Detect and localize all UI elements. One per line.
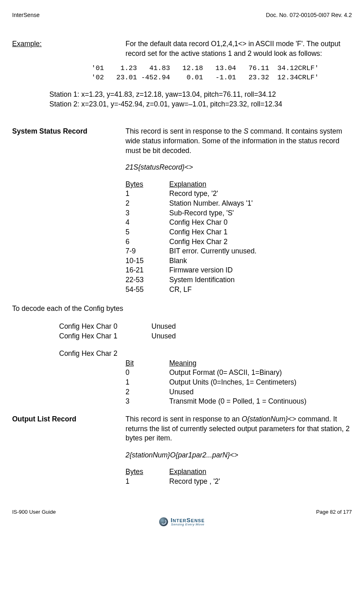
cell: Config Hex Char 0 (169, 218, 352, 228)
olr-format: 2{stationNum}O{par1par2...parN}<> (126, 451, 352, 460)
cell: BIT error. Currently unused. (169, 247, 352, 256)
ssr-intro-cmd: S (244, 127, 249, 135)
olr-intro-pre: This record is sent in response to an (126, 415, 242, 423)
page-header: InterSense Doc. No. 072-00105-0I07 Rev. … (12, 11, 352, 19)
cell: Output Units (0=Inches, 1= Centimeters) (169, 378, 352, 387)
bit-hdr-a: Bit (126, 359, 169, 368)
table-row: 16-21Firmware version ID (126, 266, 352, 275)
cell: 22-53 (126, 275, 169, 285)
logo: InterSense Sensing Every Move (12, 517, 352, 529)
table-row: 54-55CR, LF (126, 285, 352, 295)
table-row: 1Output Units (0=Inches, 1= Centimeters) (126, 378, 352, 387)
example-mono-block: '01 1.23 41.83 12.18 13.04 76.11 34.12CR… (92, 64, 352, 83)
cell: 1 (126, 378, 169, 387)
ssr-format: 21S{statusRecord}<> (126, 163, 352, 172)
cell: Transmit Mode (0 = Polled, 1 = Continuou… (169, 397, 352, 406)
cell: 6 (126, 237, 169, 247)
cell: 3 (126, 208, 169, 218)
cell: 5 (126, 228, 169, 237)
logo-icon (159, 517, 168, 526)
output-list-section: Output List Record This record is sent i… (12, 415, 352, 487)
cell: 0 (126, 368, 169, 378)
c0-val: Unused (151, 322, 176, 332)
table-row: 1Record type , '2' (126, 477, 352, 487)
cell: Record type , '2' (169, 477, 352, 487)
footer-right: Page 82 of 177 (316, 508, 352, 516)
bit-table: Bit Meaning 0Output Format (0= ASCII, 1=… (126, 359, 352, 406)
table-row: 1Record type, '2' (126, 189, 352, 199)
station-2: Station 2: x=23.01, y=-452.94, z=0.01, y… (49, 100, 352, 109)
mono-line-1: '01 1.23 41.83 12.18 13.04 76.11 34.12CR… (92, 64, 352, 73)
cell: CR, LF (169, 285, 352, 295)
table-row: 5Config Hex Char 1 (126, 228, 352, 237)
cell: 7-9 (126, 247, 169, 256)
example-label: Example: (12, 40, 42, 48)
cell: Station Number. Always '1' (169, 199, 352, 208)
table-row: 7-9BIT error. Currently unused. (126, 247, 352, 256)
cell: 2 (126, 387, 169, 397)
olr-hdr-expl: Explanation (169, 467, 352, 477)
table-row: 4Config Hex Char 0 (126, 218, 352, 228)
cell: Config Hex Char 1 (169, 228, 352, 237)
cell: Sub-Record type, 'S' (169, 208, 352, 218)
cell: 16-21 (126, 266, 169, 275)
olr-intro-cmd: O{stationNum}<> (242, 415, 296, 423)
table-row: 0Output Format (0= ASCII, 1=Binary) (126, 368, 352, 378)
cell: Output Format (0= ASCII, 1=Binary) (169, 368, 352, 378)
example-section: Example: For the default data record O1,… (12, 39, 352, 58)
decode-title: To decode each of the Config bytes (12, 304, 352, 314)
table-row: 10-15Blank (126, 256, 352, 266)
ssr-hdr-bytes: Bytes (126, 180, 169, 189)
table-row: 2Unused (126, 387, 352, 397)
config-char-2: Config Hex Char 2 (59, 349, 352, 359)
table-row: 3Transmit Mode (0 = Polled, 1 = Continuo… (126, 397, 352, 406)
table-row: 2Station Number. Always '1' (126, 199, 352, 208)
config-char-0: Config Hex Char 0Unused Config Hex Char … (59, 322, 352, 341)
header-right: Doc. No. 072-00105-0I07 Rev. 4.2 (266, 11, 352, 19)
logo-main: InterSense (170, 517, 204, 523)
cell: Blank (169, 256, 352, 266)
page-footer: IS-900 User Guide Page 82 of 177 (12, 508, 352, 516)
cell: 10-15 (126, 256, 169, 266)
c0-label: Config Hex Char 0 (59, 322, 151, 332)
station-1: Station 1: x=1.23, y=41.83, z=12.18, yaw… (49, 90, 352, 100)
olr-hdr-bytes: Bytes (126, 467, 169, 477)
ssr-hdr-expl: Explanation (169, 180, 352, 189)
cell: Record type, '2' (169, 189, 352, 199)
c1-label: Config Hex Char 1 (59, 332, 151, 341)
cell: Unused (169, 387, 352, 397)
station-lines: Station 1: x=1.23, y=41.83, z=12.18, yaw… (49, 90, 352, 109)
logo-sub: Sensing Every Move (170, 523, 204, 526)
example-intro: For the default data record O1,2,4,1<> i… (126, 39, 352, 58)
cell: 4 (126, 218, 169, 228)
cell: Config Hex Char 2 (169, 237, 352, 247)
ssr-intro-pre: This record is sent in response to the (126, 127, 244, 135)
c1-val: Unused (151, 332, 176, 341)
bit-hdr-b: Meaning (169, 359, 352, 368)
output-list-label: Output List Record (12, 415, 76, 423)
cell: 3 (126, 397, 169, 406)
table-row: 3Sub-Record type, 'S' (126, 208, 352, 218)
cell: 1 (126, 189, 169, 199)
cell: System Identification (169, 275, 352, 285)
cell: 54-55 (126, 285, 169, 295)
cell: Firmware version ID (169, 266, 352, 275)
cell: 2 (126, 199, 169, 208)
table-row: 6Config Hex Char 2 (126, 237, 352, 247)
table-row: 22-53System Identification (126, 275, 352, 285)
system-status-section: System Status Record This record is sent… (12, 127, 352, 294)
system-status-label: System Status Record (12, 127, 87, 135)
footer-left: IS-900 User Guide (12, 508, 56, 516)
mono-line-2: '02 23.01 -452.94 0.01 -1.01 23.32 12.34… (92, 73, 352, 83)
cell: 1 (126, 477, 169, 487)
header-left: InterSense (12, 11, 40, 19)
